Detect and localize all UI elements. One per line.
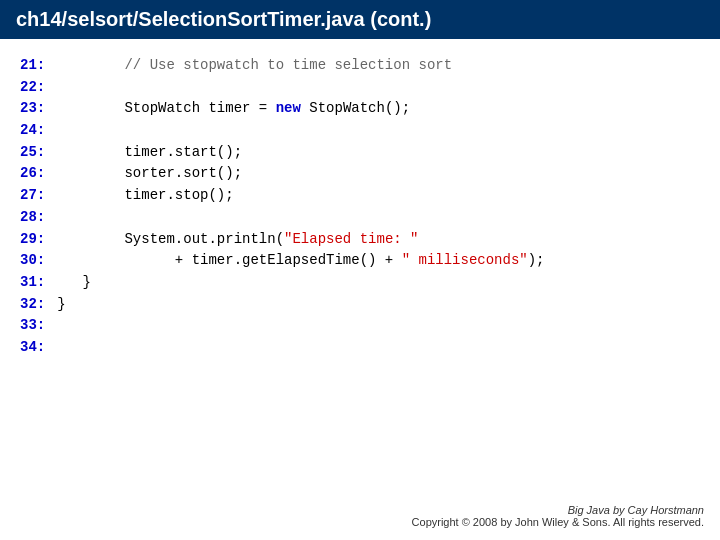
page-title: ch14/selsort/SelectionSortTimer.java (co… — [16, 8, 431, 30]
code-line-24: 24: — [20, 120, 700, 142]
code-text-23: StopWatch timer = new StopWatch(); — [57, 98, 410, 120]
line-num-23: 23: — [20, 98, 57, 120]
code-text-33 — [57, 315, 65, 337]
code-line-23: 23: StopWatch timer = new StopWatch(); — [20, 98, 700, 120]
footer-line2: Copyright © 2008 by John Wiley & Sons. A… — [412, 516, 704, 528]
code-line-28: 28: — [20, 207, 700, 229]
code-line-31: 31: } — [20, 272, 700, 294]
footer-line1: Big Java by Cay Horstmann — [412, 504, 704, 516]
code-text-26: sorter.sort(); — [57, 163, 242, 185]
line-num-31: 31: — [20, 272, 57, 294]
code-line-25: 25: timer.start(); — [20, 142, 700, 164]
code-text-30: + timer.getElapsedTime() + " millisecond… — [57, 250, 544, 272]
line-num-24: 24: — [20, 120, 57, 142]
code-content: 21: // Use stopwatch to time selection s… — [0, 39, 720, 369]
line-num-32: 32: — [20, 294, 57, 316]
code-line-32: 32: } — [20, 294, 700, 316]
code-line-30: 30: + timer.getElapsedTime() + " millise… — [20, 250, 700, 272]
code-line-26: 26: sorter.sort(); — [20, 163, 700, 185]
code-text-34 — [57, 337, 65, 359]
page-header: ch14/selsort/SelectionSortTimer.java (co… — [0, 0, 720, 39]
code-text-32: } — [57, 294, 65, 316]
footer: Big Java by Cay Horstmann Copyright © 20… — [412, 504, 704, 528]
code-text-21: // Use stopwatch to time selection sort — [57, 55, 452, 77]
code-line-22: 22: — [20, 77, 700, 99]
line-num-26: 26: — [20, 163, 57, 185]
code-line-21: 21: // Use stopwatch to time selection s… — [20, 55, 700, 77]
code-line-34: 34: — [20, 337, 700, 359]
code-text-22 — [57, 77, 65, 99]
code-line-29: 29: System.out.println("Elapsed time: " — [20, 229, 700, 251]
line-num-27: 27: — [20, 185, 57, 207]
line-num-22: 22: — [20, 77, 57, 99]
code-line-27: 27: timer.stop(); — [20, 185, 700, 207]
line-num-25: 25: — [20, 142, 57, 164]
code-text-28 — [57, 207, 65, 229]
line-num-33: 33: — [20, 315, 57, 337]
code-text-25: timer.start(); — [57, 142, 242, 164]
code-text-29: System.out.println("Elapsed time: " — [57, 229, 418, 251]
code-text-24 — [57, 120, 65, 142]
line-num-28: 28: — [20, 207, 57, 229]
line-num-21: 21: — [20, 55, 57, 77]
code-text-31: } — [57, 272, 91, 294]
line-num-30: 30: — [20, 250, 57, 272]
line-num-29: 29: — [20, 229, 57, 251]
line-num-34: 34: — [20, 337, 57, 359]
code-text-27: timer.stop(); — [57, 185, 233, 207]
code-line-33: 33: — [20, 315, 700, 337]
code-block: 21: // Use stopwatch to time selection s… — [20, 55, 700, 359]
